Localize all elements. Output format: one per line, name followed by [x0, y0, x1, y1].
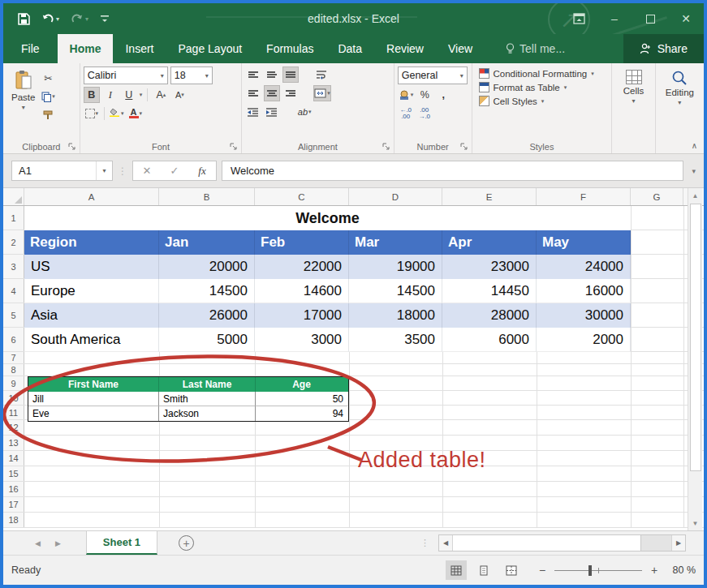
column-header-d[interactable]: D — [349, 188, 442, 205]
zoom-slider[interactable] — [554, 570, 642, 571]
sales-cell[interactable]: Europe — [24, 279, 159, 303]
redo-button[interactable]: ▾ — [71, 13, 88, 24]
comma-style-button[interactable]: , — [435, 87, 451, 103]
sales-cell[interactable]: 5000 — [159, 328, 255, 352]
tab-review[interactable]: Review — [374, 34, 436, 63]
people-header-cell[interactable]: Last Name — [159, 377, 256, 392]
font-color-dropdown[interactable]: ▾ — [140, 110, 143, 117]
sales-header-cell[interactable]: Mar — [349, 230, 442, 255]
alignment-dialog-launcher[interactable] — [382, 143, 390, 151]
sales-cell[interactable]: 30000 — [537, 303, 631, 328]
sales-table-header-row[interactable]: Region Jan Feb Mar Apr May — [24, 230, 631, 255]
cut-button[interactable]: ✂ — [40, 70, 56, 86]
row-header[interactable]: 12 — [3, 420, 24, 435]
people-header-cell[interactable]: Age — [256, 377, 347, 392]
horizontal-scrollbar[interactable]: ◀ ▶ — [438, 534, 686, 552]
row-header[interactable]: 1 — [3, 206, 24, 230]
prev-sheet-button[interactable]: ◀ — [28, 531, 48, 555]
align-left-button[interactable] — [245, 85, 261, 101]
grid-row[interactable]: 14 — [3, 451, 704, 466]
copy-button[interactable]: ▾ — [40, 88, 56, 105]
decrease-font-button[interactable]: A▾ — [171, 87, 188, 103]
grid-row[interactable]: 12 — [3, 420, 704, 436]
scroll-right-button[interactable]: ▶ — [671, 535, 685, 551]
sales-cell[interactable]: 3000 — [255, 328, 349, 352]
people-cell[interactable]: 94 — [256, 406, 347, 421]
people-table-row[interactable]: Eve Jackson 94 — [28, 406, 348, 421]
select-all-button[interactable] — [3, 188, 24, 205]
percent-style-button[interactable]: % — [416, 87, 433, 103]
formula-input[interactable]: Welcome — [222, 161, 683, 181]
sales-cell[interactable]: 20000 — [159, 255, 255, 279]
column-header-a[interactable]: A — [24, 188, 159, 205]
horizontal-scroll-thumb[interactable] — [453, 535, 641, 551]
underline-button[interactable]: U — [121, 87, 137, 103]
insert-function-button[interactable]: fx — [188, 161, 216, 180]
zoom-in-button[interactable]: + — [649, 564, 660, 577]
row-header[interactable]: 18 — [3, 513, 24, 527]
merge-center-dropdown[interactable]: ▾ — [327, 90, 330, 97]
number-format-select[interactable]: General ▾ — [398, 67, 468, 84]
sales-cell[interactable]: 2000 — [537, 328, 631, 352]
row-header[interactable]: 4 — [3, 279, 24, 303]
people-cell[interactable]: Eve — [28, 406, 159, 421]
sales-cell[interactable]: 23000 — [442, 255, 537, 279]
ribbon-display-options-button[interactable] — [561, 3, 597, 34]
normal-view-button[interactable] — [446, 560, 467, 580]
orientation-dropdown[interactable]: ▾ — [308, 109, 312, 115]
sales-cell[interactable]: 14450 — [442, 279, 537, 303]
scroll-left-button[interactable]: ◀ — [439, 535, 453, 551]
sales-header-cell[interactable]: Feb — [255, 230, 349, 255]
merge-center-button[interactable]: ▾ — [313, 85, 331, 101]
cell-styles-button[interactable]: Cell Styles ▾ — [479, 94, 609, 108]
cell-styles-dropdown[interactable]: ▾ — [541, 98, 545, 105]
grid-row[interactable]: 7 — [3, 352, 704, 364]
grid-row[interactable]: 18 — [3, 513, 704, 528]
bottom-align-button[interactable] — [282, 67, 299, 83]
increase-decimal-button[interactable]: ←.0.00 — [398, 105, 414, 122]
cancel-button[interactable]: ✕ — [133, 161, 161, 180]
people-header-cell[interactable]: First Name — [28, 377, 159, 392]
collapse-ribbon-button[interactable]: ∧ — [692, 141, 697, 150]
font-color-button[interactable]: A ▾ — [127, 105, 144, 122]
scroll-down-button[interactable]: ▼ — [688, 516, 702, 530]
sales-cell[interactable]: 26000 — [159, 303, 255, 328]
tab-view[interactable]: View — [436, 34, 485, 63]
row-header[interactable]: 3 — [3, 255, 24, 278]
row-header[interactable]: 8 — [3, 364, 24, 376]
scroll-up-button[interactable]: ▲ — [688, 188, 702, 203]
sales-cell[interactable]: 22000 — [255, 255, 349, 279]
wrap-text-button[interactable] — [313, 67, 330, 83]
underline-dropdown[interactable]: ▾ — [140, 92, 143, 98]
sales-header-cell[interactable]: May — [537, 230, 631, 255]
sales-header-cell[interactable]: Region — [24, 230, 159, 255]
decrease-decimal-button[interactable]: .00→.0 — [416, 105, 433, 122]
font-name-dropdown[interactable]: ▾ — [157, 72, 164, 79]
format-as-table-button[interactable]: Format as Table ▾ — [479, 80, 609, 94]
grid-row[interactable]: 16 — [3, 482, 704, 497]
row-header[interactable]: 11 — [3, 406, 24, 419]
share-button[interactable]: Share — [623, 34, 704, 63]
tab-formulas[interactable]: Formulas — [254, 34, 325, 63]
customize-qat-button[interactable] — [100, 14, 110, 24]
fill-color-dropdown[interactable]: ▾ — [121, 110, 124, 117]
sales-cell[interactable]: 6000 — [442, 328, 537, 352]
close-button[interactable]: ✕ — [668, 3, 704, 34]
people-table-row[interactable]: Jill Smith 50 — [28, 392, 348, 406]
align-right-button[interactable] — [282, 85, 299, 101]
sheet-tab-active[interactable]: Sheet 1 — [86, 531, 157, 555]
name-box-dropdown[interactable]: ▾ — [96, 161, 112, 180]
sales-table-row[interactable]: Europe 14500 14600 14500 14450 16000 — [24, 279, 631, 303]
font-size-select[interactable]: 18 ▾ — [170, 67, 213, 84]
sales-cell[interactable]: 17000 — [255, 303, 349, 328]
top-align-button[interactable] — [245, 67, 261, 83]
grid-row[interactable]: 13 — [3, 436, 704, 451]
italic-button[interactable]: I — [102, 87, 119, 103]
maximize-button[interactable] — [632, 3, 668, 34]
sales-cell[interactable]: 28000 — [442, 303, 537, 328]
format-as-table-dropdown[interactable]: ▾ — [564, 84, 567, 91]
sales-cell[interactable]: 24000 — [537, 255, 631, 279]
fill-color-button[interactable]: ▾ — [109, 105, 125, 122]
sales-cell[interactable]: 14500 — [159, 279, 255, 303]
editing-dropdown[interactable]: ▾ — [678, 99, 681, 106]
